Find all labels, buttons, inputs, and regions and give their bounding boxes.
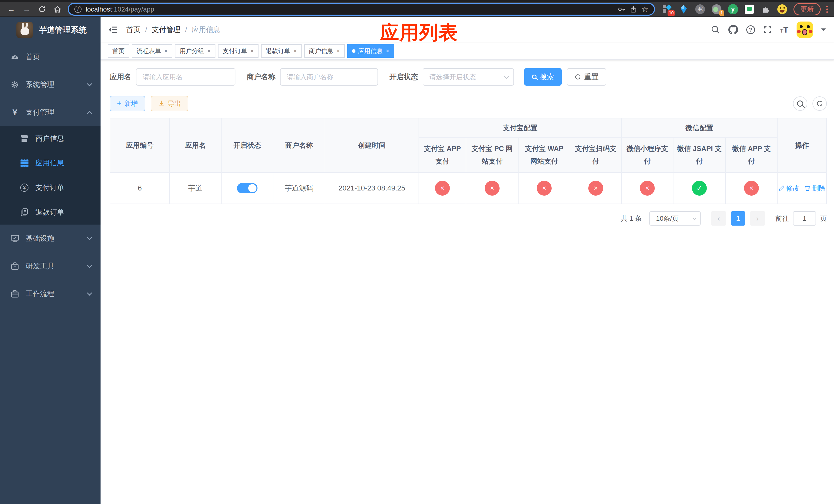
bookmark-star-icon[interactable]: ☆ <box>641 5 648 13</box>
close-icon[interactable]: × <box>336 48 340 54</box>
command-extension-icon[interactable]: ⌘ <box>695 4 705 14</box>
help-icon[interactable]: ? <box>746 25 755 34</box>
col-header-actions: 操作 <box>777 118 826 173</box>
col-header-wechat-app: 微信 APP 支付 <box>726 138 777 173</box>
payment-submenu: 商户信息 应用信息 ¥ 支付订单 退款订单 <box>0 126 101 225</box>
search-button[interactable]: 搜索 <box>524 68 562 86</box>
add-button[interactable]: + 新增 <box>110 96 145 111</box>
back-icon[interactable]: ← <box>5 3 18 15</box>
user-avatar[interactable] <box>796 22 813 38</box>
sidebar-item-merchant-info[interactable]: 商户信息 <box>0 126 101 151</box>
sidebar-item-pay-orders[interactable]: ¥ 支付订单 <box>0 175 101 200</box>
search-icon <box>797 100 803 107</box>
col-header-app-id: 应用编号 <box>110 118 170 173</box>
tab-user-group[interactable]: 用户分组× <box>175 44 215 58</box>
merchant-name-input[interactable] <box>280 68 378 86</box>
browser-chrome: ← → i localhost:1024/pay/app ☆ 10 ⌘ 1 <box>0 0 834 17</box>
browser-menu-icon[interactable] <box>825 5 829 14</box>
sidebar-item-system[interactable]: 系统管理 <box>0 71 101 98</box>
close-icon[interactable]: × <box>293 48 297 54</box>
sidebar-item-workflow[interactable]: 工作流程 <box>0 280 101 307</box>
y-extension-icon[interactable]: y <box>728 4 738 14</box>
gear-icon <box>10 81 20 89</box>
status-select[interactable]: 请选择开启状态 <box>423 68 514 86</box>
status-alipay-app: × <box>435 181 450 196</box>
sidebar-item-app-info[interactable]: 应用信息 <box>0 151 101 175</box>
col-header-wechat-mini: 微信小程序支付 <box>622 138 674 173</box>
app-logo[interactable]: 芋道管理系统 <box>0 17 101 43</box>
share-icon[interactable] <box>630 5 637 13</box>
close-icon[interactable]: × <box>386 48 389 54</box>
recorder-extension-icon[interactable]: 1 <box>711 4 722 14</box>
fullscreen-icon[interactable] <box>763 25 772 34</box>
sidebar-collapse-icon[interactable] <box>108 25 118 35</box>
sidebar-item-payment[interactable]: ¥ 支付管理 <box>0 98 101 126</box>
reset-button[interactable]: 重置 <box>567 68 606 86</box>
home-icon[interactable] <box>51 3 64 15</box>
tab-process-form[interactable]: 流程表单× <box>132 44 172 58</box>
avatar-caret-icon[interactable] <box>821 28 826 33</box>
chat-extension-icon[interactable] <box>744 4 754 14</box>
refresh-table-button[interactable] <box>812 96 827 111</box>
goto-page-input[interactable] <box>793 211 816 226</box>
top-navbar: 首页 / 支付管理 / 应用信息 ? TT <box>101 17 834 43</box>
sidebar-item-refund-orders[interactable]: 退款订单 <box>0 200 101 225</box>
next-page-button[interactable]: › <box>750 211 765 226</box>
toggle-search-button[interactable] <box>793 96 807 111</box>
close-icon[interactable]: × <box>250 48 254 54</box>
chevron-down-icon <box>87 235 92 240</box>
close-icon[interactable]: × <box>207 48 211 54</box>
tab-merchant-info[interactable]: 商户信息× <box>304 44 345 58</box>
sidebar-item-home[interactable]: 首页 <box>0 43 101 71</box>
prev-page-button[interactable]: ‹ <box>711 211 726 226</box>
export-button[interactable]: 导出 <box>151 96 188 111</box>
blocker-extension-icon[interactable]: 10 <box>662 4 673 14</box>
storefront-icon <box>20 135 29 142</box>
breadcrumb-home[interactable]: 首页 <box>126 25 140 35</box>
site-info-icon[interactable]: i <box>74 6 82 13</box>
cell-actions: 修改 删除 <box>777 173 826 204</box>
status-alipay-qr: × <box>588 181 603 196</box>
tab-pay-orders[interactable]: 支付订单× <box>218 44 259 58</box>
chrome-update-button[interactable]: 更新 <box>793 3 821 15</box>
logo-image <box>16 22 33 38</box>
profile-avatar-icon[interactable] <box>777 4 787 14</box>
cell-merchant: 芋道源码 <box>273 173 325 204</box>
kite-extension-icon[interactable] <box>679 4 689 14</box>
app-name-input[interactable] <box>136 68 236 86</box>
status-wechat-jsapi: ✓ <box>692 181 707 196</box>
merchant-name-label: 商户名称 <box>247 72 276 82</box>
forward-icon[interactable]: → <box>21 3 33 15</box>
app-frame: 芋道管理系统 首页 系统管理 ¥ 支付管理 商户信息 <box>0 17 834 504</box>
breadcrumb-payment[interactable]: 支付管理 <box>152 25 180 35</box>
delete-link[interactable]: 删除 <box>805 184 826 193</box>
search-icon[interactable] <box>711 25 720 35</box>
tab-refund-orders[interactable]: 退款订单× <box>261 44 302 58</box>
reload-icon[interactable] <box>36 3 48 15</box>
sidebar-item-infrastructure[interactable]: 基础设施 <box>0 225 101 252</box>
url-host: localhost <box>86 5 112 13</box>
tab-app-info[interactable]: 应用信息× <box>347 44 394 58</box>
breadcrumb-current: 应用信息 <box>192 25 221 35</box>
font-size-icon[interactable]: TT <box>780 25 788 35</box>
password-key-icon[interactable] <box>617 5 626 13</box>
col-header-created: 创建时间 <box>325 118 419 173</box>
search-icon <box>532 75 536 79</box>
url-bar[interactable]: i localhost:1024/pay/app ☆ <box>68 3 655 16</box>
enabled-switch[interactable] <box>237 183 258 193</box>
yen-icon: ¥ <box>10 108 20 117</box>
trash-icon <box>805 185 811 191</box>
page-number-1[interactable]: 1 <box>731 211 745 226</box>
col-header-status: 开启状态 <box>222 118 273 173</box>
tab-home[interactable]: 首页 <box>108 44 129 58</box>
puzzle-extensions-icon[interactable] <box>761 4 771 14</box>
sidebar-item-dev-tools[interactable]: 研发工具 <box>0 252 101 280</box>
col-header-app-name: 应用名 <box>170 118 222 173</box>
chevron-down-icon <box>693 216 697 220</box>
close-icon[interactable]: × <box>164 48 168 54</box>
page-size-select[interactable]: 10条/页 <box>649 211 701 226</box>
github-icon[interactable] <box>728 25 738 35</box>
active-dot <box>352 49 355 53</box>
edit-link[interactable]: 修改 <box>778 184 799 193</box>
plus-icon: + <box>117 99 122 107</box>
